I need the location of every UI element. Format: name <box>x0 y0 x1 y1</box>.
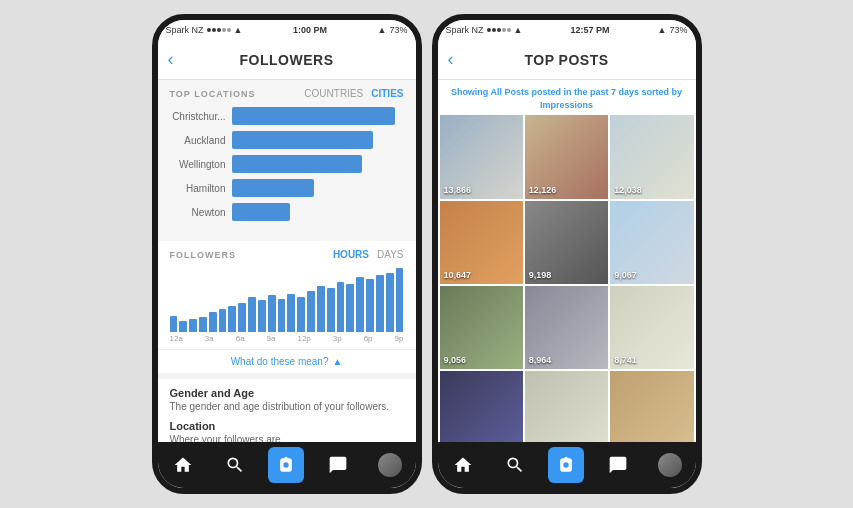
post-thumb-inner-9: 7,196 <box>440 371 523 442</box>
post-thumb-inner-1: 12,126 <box>525 115 608 198</box>
post-thumb-3[interactable]: 10,647 <box>440 201 523 284</box>
hist-bar-10 <box>268 295 276 332</box>
avatar-1 <box>378 453 402 477</box>
followers-section: FOLLOWERS HOURS DAYS 12a 3a 6a 9a 12p 3p… <box>158 241 416 373</box>
nav-camera-1[interactable] <box>268 447 304 483</box>
hist-bar-9 <box>258 300 266 332</box>
tab-days[interactable]: DAYS <box>377 249 404 260</box>
status-left-1: Spark NZ ▲ <box>166 25 243 35</box>
wifi-icon-2: ▲ <box>514 25 523 35</box>
info-link2[interactable]: 7 days <box>611 87 639 97</box>
hist-bar-18 <box>346 284 354 332</box>
search-icon-2 <box>505 455 525 475</box>
post-thumb-10[interactable]: 7,152 <box>525 371 608 442</box>
chat-icon-1 <box>328 455 348 475</box>
followers-tabs[interactable]: HOURS DAYS <box>333 249 404 260</box>
post-thumb-9[interactable]: 7,196 <box>440 371 523 442</box>
bar-track-3 <box>232 179 404 197</box>
avatar-2 <box>658 453 682 477</box>
info-link3[interactable]: Impressions <box>540 100 593 110</box>
post-thumb-2[interactable]: 12,038 <box>610 115 693 198</box>
location-tabs[interactable]: COUNTRIES CITIES <box>304 88 403 99</box>
bar-row-1: Auckland <box>170 131 404 149</box>
hist-bar-5 <box>219 309 227 332</box>
post-count-6: 9,056 <box>444 355 467 365</box>
back-button-1[interactable]: ‹ <box>168 49 174 70</box>
faq-title-0: Gender and Age <box>170 387 404 399</box>
bar-track-4 <box>232 203 404 221</box>
hist-label-6: 6p <box>364 334 373 343</box>
nav-chat-1[interactable] <box>320 447 356 483</box>
status-left-2: Spark NZ ▲ <box>446 25 523 35</box>
bar-chart: Christchur... Auckland Wellington Hamilt… <box>158 103 416 235</box>
nav-chat-2[interactable] <box>600 447 636 483</box>
status-bar-1: Spark NZ ▲ 1:00 PM ▲ 73% <box>158 20 416 40</box>
battery-1: 73% <box>389 25 407 35</box>
nav-home-1[interactable] <box>165 447 201 483</box>
post-count-11: 7,043 <box>614 441 637 442</box>
post-thumb-6[interactable]: 9,056 <box>440 286 523 369</box>
hist-bar-6 <box>228 306 236 332</box>
hist-bar-14 <box>307 291 315 332</box>
time-2: 12:57 PM <box>570 25 609 35</box>
post-thumb-4[interactable]: 9,198 <box>525 201 608 284</box>
nav-search-2[interactable] <box>497 447 533 483</box>
battery-2: 73% <box>669 25 687 35</box>
s1 <box>207 28 211 32</box>
s4b <box>502 28 506 32</box>
post-thumb-8[interactable]: 8,741 <box>610 286 693 369</box>
post-thumb-0[interactable]: 13,866 <box>440 115 523 198</box>
nav-profile-1[interactable] <box>372 447 408 483</box>
home-icon-1 <box>173 455 193 475</box>
post-thumb-inner-7: 8,964 <box>525 286 608 369</box>
carrier-2: Spark NZ <box>446 25 484 35</box>
status-bar-2: Spark NZ ▲ 12:57 PM ▲ 73% <box>438 20 696 40</box>
back-button-2[interactable]: ‹ <box>448 49 454 70</box>
hist-bar-8 <box>248 297 256 332</box>
faq-desc-1: Where your followers are. <box>170 434 404 442</box>
post-count-8: 8,741 <box>614 355 637 365</box>
header-1: ‹ FOLLOWERS <box>158 40 416 80</box>
hist-bar-22 <box>386 273 394 332</box>
tab-countries[interactable]: COUNTRIES <box>304 88 363 99</box>
hist-label-3: 9a <box>267 334 276 343</box>
nav-home-2[interactable] <box>445 447 481 483</box>
post-count-2: 12,038 <box>614 185 642 195</box>
post-thumb-7[interactable]: 8,964 <box>525 286 608 369</box>
bar-label-4: Newton <box>170 207 232 218</box>
what-link[interactable]: What do these mean? ▲ <box>158 349 416 373</box>
hist-bar-17 <box>337 282 345 332</box>
faq-item-0: Gender and Age The gender and age distri… <box>170 387 404 412</box>
info-link1[interactable]: All Posts <box>491 87 530 97</box>
hist-bar-4 <box>209 312 217 332</box>
content-1: TOP LOCATIONS COUNTRIES CITIES Christchu… <box>158 80 416 442</box>
s3 <box>217 28 221 32</box>
tab-cities[interactable]: CITIES <box>371 88 403 99</box>
page-title-1: FOLLOWERS <box>240 52 334 68</box>
hist-label-1: 3a <box>205 334 214 343</box>
tab-hours[interactable]: HOURS <box>333 249 369 260</box>
carrier-1: Spark NZ <box>166 25 204 35</box>
post-count-4: 9,198 <box>529 270 552 280</box>
what-text[interactable]: What do these mean? <box>231 356 329 367</box>
bar-label-2: Wellington <box>170 159 232 170</box>
post-thumb-inner-2: 12,038 <box>610 115 693 198</box>
hist-bar-15 <box>317 286 325 332</box>
s2 <box>212 28 216 32</box>
status-right-1: ▲ 73% <box>378 25 408 35</box>
hist-bar-1 <box>179 321 187 332</box>
nav-profile-2[interactable] <box>652 447 688 483</box>
post-thumb-11[interactable]: 7,043 <box>610 371 693 442</box>
post-thumb-1[interactable]: 12,126 <box>525 115 608 198</box>
search-icon-1 <box>225 455 245 475</box>
hist-bar-2 <box>189 319 197 332</box>
hist-bar-21 <box>376 275 384 332</box>
hist-label-2: 6a <box>236 334 245 343</box>
nav-camera-2[interactable] <box>548 447 584 483</box>
bar-row-2: Wellington <box>170 155 404 173</box>
s5 <box>227 28 231 32</box>
post-thumb-5[interactable]: 9,067 <box>610 201 693 284</box>
nav-search-1[interactable] <box>217 447 253 483</box>
bar-fill-3 <box>232 179 315 197</box>
s5b <box>507 28 511 32</box>
